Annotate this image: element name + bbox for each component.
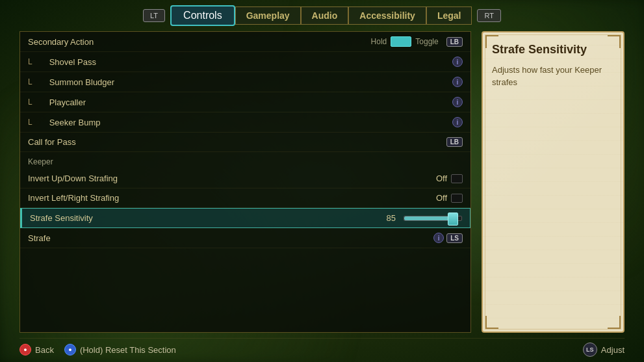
sub-marker-2: L xyxy=(28,77,32,86)
call-for-pass-label: Call for Pass xyxy=(28,137,444,147)
slider-thumb[interactable] xyxy=(448,213,458,226)
rt-trigger[interactable]: RT xyxy=(477,9,500,22)
tab-bar: LT Controls Gameplay Audio Accessibility… xyxy=(19,0,625,29)
toggle-switch[interactable] xyxy=(391,36,411,47)
info-panel-description: Adjusts how fast your Keeper strafes xyxy=(492,64,614,89)
sub-marker-4: L xyxy=(28,118,32,127)
secondary-action-label: Secondary Action xyxy=(28,37,371,47)
setting-row-invert-updown[interactable]: Invert Up/Down Strafing Off xyxy=(20,169,470,188)
lb-badge-call: LB xyxy=(446,137,463,147)
back-action[interactable]: ● Back xyxy=(19,344,54,356)
keeper-section-label: Keeper xyxy=(28,157,53,166)
invert-leftright-value: Off xyxy=(436,193,447,203)
setting-row-playcaller[interactable]: L Playcaller i xyxy=(20,92,470,112)
tab-legal[interactable]: Legal xyxy=(426,6,472,25)
invert-updown-label: Invert Up/Down Strafing xyxy=(28,174,436,183)
section-header-keeper: Keeper xyxy=(20,152,470,169)
ls-badge-strafe: LS xyxy=(446,233,463,243)
setting-row-strafe[interactable]: Strafe i LS xyxy=(20,228,470,248)
tab-audio[interactable]: Audio xyxy=(301,6,349,25)
tab-controls[interactable]: Controls xyxy=(170,5,235,26)
info-panel-title: Strafe Sensitivity xyxy=(492,43,614,57)
bottom-left-actions: ● Back ● (Hold) Reset This Section xyxy=(19,344,176,356)
slider-track[interactable] xyxy=(404,216,462,221)
strafe-sensitivity-label: Strafe Sensitivity xyxy=(30,213,387,223)
sub-marker-3: L xyxy=(28,97,32,107)
info-icon-playcaller[interactable]: i xyxy=(452,97,463,107)
toggle-off-leftright[interactable] xyxy=(451,194,463,203)
strafe-label: Strafe xyxy=(28,233,431,243)
sub-marker: L xyxy=(28,57,32,66)
content-area: Secondary Action Hold Toggle LB L Shovel… xyxy=(19,31,625,338)
info-icon-shovel-pass[interactable]: i xyxy=(452,57,463,67)
reset-action[interactable]: ● (Hold) Reset This Section xyxy=(64,344,176,356)
corner-bl-deco xyxy=(485,316,498,329)
setting-row-summon-bludger[interactable]: L Summon Bludger i xyxy=(20,72,470,92)
strafe-sensitivity-value: 85 xyxy=(387,213,396,223)
tab-accessibility[interactable]: Accessibility xyxy=(348,6,426,25)
setting-row-call-for-pass[interactable]: Call for Pass LB xyxy=(20,133,470,152)
info-icon-summon[interactable]: i xyxy=(452,77,463,87)
info-icon-seeker[interactable]: i xyxy=(452,117,463,127)
shovel-pass-label: Shovel Pass xyxy=(36,57,450,67)
playcaller-label: Playcaller xyxy=(36,97,450,107)
invert-leftright-label: Invert Left/Right Strafing xyxy=(28,193,436,203)
slider-fill xyxy=(404,216,453,220)
ls-adjust-badge: LS xyxy=(583,343,597,357)
back-label: Back xyxy=(35,345,54,355)
info-icon-strafe[interactable]: i xyxy=(433,233,444,243)
corner-tr-deco xyxy=(608,35,621,48)
setting-row-strafe-sensitivity[interactable]: Strafe Sensitivity 85 xyxy=(20,208,470,228)
toggle-label: Toggle xyxy=(415,37,438,46)
reset-button-icon[interactable]: ● xyxy=(64,344,76,356)
hold-label: Hold xyxy=(371,37,387,46)
hold-toggle-group[interactable]: Hold Toggle xyxy=(371,36,439,47)
lb-badge: LB xyxy=(446,37,463,47)
adjust-label: Adjust xyxy=(601,345,625,355)
lt-trigger[interactable]: LT xyxy=(143,9,165,22)
setting-row-seeker-bump[interactable]: L Seeker Bump i xyxy=(20,112,470,133)
tab-gameplay[interactable]: Gameplay xyxy=(235,6,301,25)
bottom-right-actions: LS Adjust xyxy=(583,343,625,357)
bottom-bar: ● Back ● (Hold) Reset This Section LS Ad… xyxy=(19,338,625,362)
corner-br-deco xyxy=(608,316,621,329)
info-panel: Strafe Sensitivity Adjusts how fast your… xyxy=(482,31,625,333)
reset-label: (Hold) Reset This Section xyxy=(80,345,176,355)
back-button-icon[interactable]: ● xyxy=(19,344,31,356)
summon-bludger-label: Summon Bludger xyxy=(36,77,450,87)
invert-updown-value: Off xyxy=(436,174,447,183)
settings-list: Secondary Action Hold Toggle LB L Shovel… xyxy=(20,32,470,332)
setting-row-shovel-pass[interactable]: L Shovel Pass i xyxy=(20,52,470,72)
toggle-off-updown[interactable] xyxy=(451,174,463,183)
seeker-bump-label: Seeker Bump xyxy=(36,118,450,127)
settings-panel: Secondary Action Hold Toggle LB L Shovel… xyxy=(19,31,471,333)
setting-row-invert-leftright[interactable]: Invert Left/Right Strafing Off xyxy=(20,188,470,208)
corner-tl-deco xyxy=(485,35,498,48)
slider-container[interactable]: 85 xyxy=(387,213,462,223)
setting-row-secondary-action[interactable]: Secondary Action Hold Toggle LB xyxy=(20,32,470,52)
